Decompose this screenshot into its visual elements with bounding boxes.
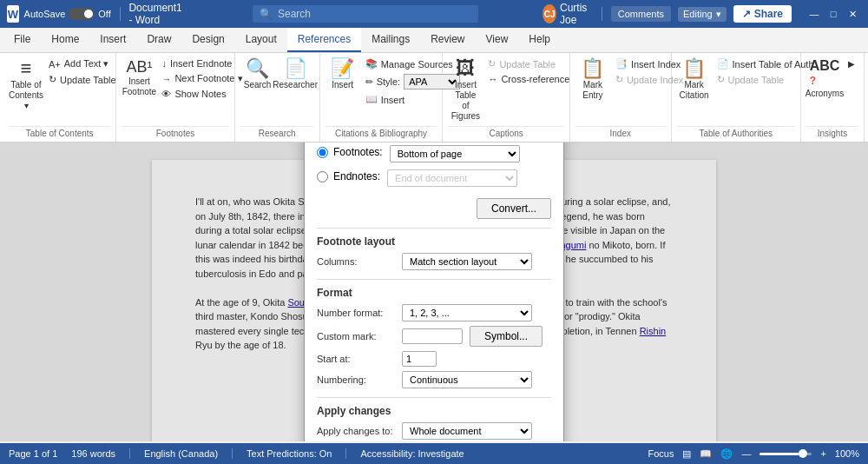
user-area: CJ Curtis Joe (542, 2, 593, 26)
tab-layout[interactable]: Layout (235, 28, 287, 52)
close-button[interactable]: ✕ (844, 5, 861, 23)
view-web-icon[interactable]: 🌐 (720, 448, 733, 460)
minimize-button[interactable]: — (806, 5, 823, 23)
endnotes-radio-row: Endnotes: (317, 170, 380, 182)
footnotes-location-select[interactable]: Bottom of page Below text (390, 145, 520, 162)
mark-citation-button[interactable]: 📋 MarkCitation (677, 56, 712, 103)
cross-reference-button[interactable]: ↔ Cross-reference (484, 72, 573, 86)
share-button[interactable]: ↗ Share (733, 5, 792, 23)
maximize-button[interactable]: □ (825, 5, 842, 23)
ribbon-content: ≡ Table ofContents ▾ A+ Add Text ▾ ↻ Upd… (0, 53, 868, 143)
comments-button[interactable]: Comments (611, 6, 671, 22)
accessibility-label: Accessibility: Investigate (360, 448, 464, 459)
toc-group-label: Table of Contents (9, 126, 110, 138)
apply-to-row: Apply changes to: Whole document This se… (317, 422, 551, 440)
insert-footnote-label: InsertFootnote (122, 76, 156, 97)
show-notes-button[interactable]: 👁 Show Notes (158, 87, 246, 101)
more-insights-button[interactable]: ▶ (845, 56, 858, 71)
tab-view[interactable]: View (476, 28, 519, 52)
tab-insert[interactable]: Insert (89, 28, 136, 52)
apply-to-select[interactable]: Whole document This section (402, 422, 532, 440)
table-of-contents-button[interactable]: ≡ Table ofContents ▾ (9, 56, 43, 114)
manage-sources-icon: 📚 (365, 58, 378, 70)
footnotes-items: AB¹ InsertFootnote ↓ Insert Endnote → Ne… (122, 56, 228, 124)
numbering-select[interactable]: Continuous Restart each section Restart … (402, 371, 532, 388)
symbol-button[interactable]: Symbol... (470, 326, 542, 347)
word-logo-letter: W (8, 8, 18, 21)
researcher-button[interactable]: 📄 Researcher (277, 56, 314, 92)
acronyms-button[interactable]: ABC? Acronyms (806, 56, 843, 101)
zoom-fill (760, 453, 799, 455)
insert-footnote-button[interactable]: AB¹ InsertFootnote (122, 56, 156, 100)
divider-2 (317, 279, 551, 280)
captions-items: 🖼 Insert Tableof Figures ↻ Update Table … (448, 56, 563, 124)
convert-button[interactable]: Convert... (477, 198, 551, 219)
mark-entry-button[interactable]: 📋 MarkEntry (575, 56, 610, 103)
columns-select[interactable]: Match section layout 1 2 3 (402, 253, 532, 270)
insert-endnote-button[interactable]: ↓ Insert Endnote (158, 56, 246, 70)
view-reading-icon[interactable]: 📖 (700, 448, 712, 460)
next-footnote-icon: → (161, 74, 171, 84)
tab-mailings[interactable]: Mailings (361, 28, 420, 52)
next-footnote-button[interactable]: → Next Footnote ▾ (158, 71, 246, 86)
page-info: Page 1 of 1 (9, 448, 57, 459)
ribbon-group-toc: ≡ Table ofContents ▾ A+ Add Text ▾ ↻ Upd… (3, 53, 116, 142)
number-format-select[interactable]: 1, 2, 3, ... a, b, c, ... A, B, C, ... (402, 304, 532, 321)
endnotes-radio[interactable] (317, 171, 328, 182)
autosave-label: AutoSave (24, 9, 66, 19)
update-table-button[interactable]: ↻ Update Table (45, 72, 120, 87)
research-items: 🔍 Search 📄 Researcher (240, 56, 314, 124)
zoom-in-icon[interactable]: + (820, 448, 825, 459)
tab-draw[interactable]: Draw (136, 28, 181, 52)
doc-title: Document1 - Word (128, 2, 187, 26)
zoom-handle[interactable] (799, 449, 807, 458)
start-at-input[interactable] (402, 351, 437, 367)
ribbon-group-index: 📋 MarkEntry 📑 Insert Index ↻ Update Inde… (570, 53, 672, 142)
search-button[interactable]: 🔍 Search (240, 56, 275, 92)
tab-design[interactable]: Design (181, 28, 234, 52)
editing-label: Editing (683, 9, 713, 19)
autosave-toggle[interactable] (69, 8, 95, 20)
footnotes-radio[interactable] (317, 147, 328, 158)
zoom-slider[interactable] (760, 453, 812, 455)
captions-group-label: Captions (448, 126, 563, 138)
update-table-icon: ↻ (49, 74, 56, 85)
custom-mark-input[interactable] (402, 328, 463, 344)
tab-file[interactable]: File (3, 28, 41, 52)
statusbar-right: Focus ▤ 📖 🌐 — + 100% (648, 448, 859, 460)
editing-chevron-icon: ▾ (716, 9, 721, 20)
captions-col: ↻ Update Table ↔ Cross-reference (484, 56, 573, 86)
insert-table-figures-label: Insert Tableof Figures (451, 80, 480, 122)
search-bar[interactable]: 🔍 (253, 5, 478, 23)
modal-overlay: Footnote and Endnote ? ✕ Location Footno… (0, 143, 868, 441)
zoom-out-icon[interactable]: — (741, 448, 751, 459)
tab-help[interactable]: Help (518, 28, 561, 52)
word-count: 196 words (71, 448, 115, 459)
manage-sources-label: Manage Sources (381, 59, 453, 70)
editing-badge[interactable]: Editing ▾ (678, 7, 727, 22)
search-input[interactable] (278, 8, 451, 20)
ribbon-group-captions: 🖼 Insert Tableof Figures ↻ Update Table … (443, 53, 569, 142)
footnotes-col: ↓ Insert Endnote → Next Footnote ▾ 👁 Sho… (158, 56, 246, 101)
insert-table-figures-button[interactable]: 🖼 Insert Tableof Figures (448, 56, 483, 124)
focus-label[interactable]: Focus (648, 448, 674, 459)
update-table-label: Update Table (60, 75, 116, 85)
update-captions-button[interactable]: ↻ Update Table (484, 56, 573, 71)
start-at-row: Start at: (317, 351, 551, 367)
numbering-label: Numbering: (317, 375, 395, 385)
tab-review[interactable]: Review (420, 28, 475, 52)
apply-changes-section: Apply changes Apply changes to: Whole do… (317, 405, 551, 440)
mark-entry-icon: 📋 (581, 59, 604, 78)
add-text-button[interactable]: A+ Add Text ▾ (45, 56, 120, 71)
endnotes-location-select[interactable]: End of document End of section (387, 169, 517, 187)
view-normal-icon[interactable]: ▤ (682, 448, 691, 460)
format-label: Format (317, 287, 551, 299)
tab-home[interactable]: Home (41, 28, 89, 52)
tab-references[interactable]: References (287, 28, 361, 52)
update-toa-label: Update Table (728, 75, 785, 85)
insert-citation-button[interactable]: 📝 Insert (326, 56, 360, 92)
toggle-circle (84, 10, 93, 18)
share-icon: ↗ (742, 8, 751, 20)
acronyms-label: Acronyms (806, 89, 844, 98)
search-ribbon-label: Search (244, 80, 272, 89)
